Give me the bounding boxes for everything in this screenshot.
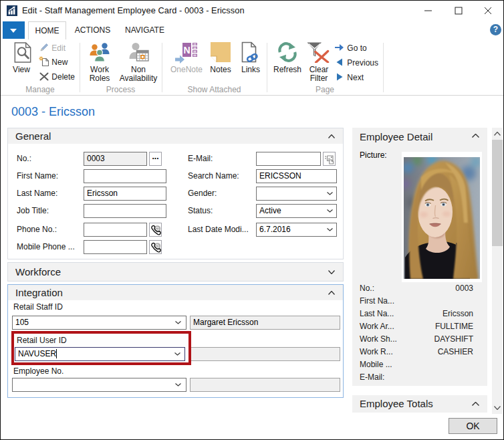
svg-text:N: N xyxy=(183,45,190,56)
